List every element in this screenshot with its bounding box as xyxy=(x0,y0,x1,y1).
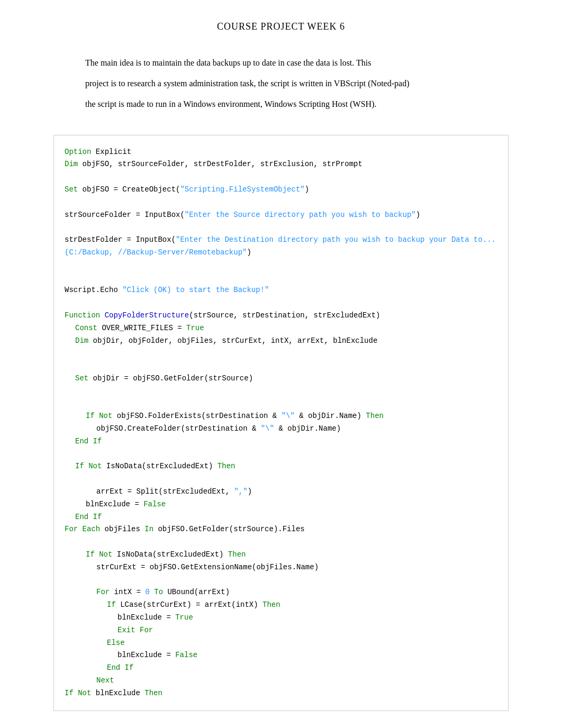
code-line-blank-11 xyxy=(65,448,497,461)
code-line-15: If Not IsNoData(strExcludedExt) Then xyxy=(65,460,497,473)
code-line-30: If Not blnExclude Then xyxy=(65,687,497,700)
code-line-blank-6 xyxy=(65,297,497,310)
code-line-9: Const OVER_WRITE_FILES = True xyxy=(65,322,497,335)
code-line-23: If LCase(strCurExt) = arrExt(intX) Then xyxy=(65,599,497,612)
code-line-17: blnExclude = False xyxy=(65,498,497,511)
code-line-13: objFSO.CreateFolder(strDestination & "\"… xyxy=(65,423,497,435)
page-title: COURSE PROJECT WEEK 6 xyxy=(53,21,509,32)
code-line-blank-4 xyxy=(65,259,497,272)
code-line-5: strDestFolder = InputBox("Enter the Dest… xyxy=(65,234,497,247)
code-line-11: Set objDir = objFSO.GetFolder(strSource) xyxy=(65,372,497,385)
code-line-2: Dim objFSO, strSourceFolder, strDestFold… xyxy=(65,158,497,171)
code-line-21: strCurExt = objFSO.GetExtensionName(objF… xyxy=(65,561,497,574)
code-line-blank-10 xyxy=(65,398,497,411)
intro-line-1: The main idea is to maintain the data ba… xyxy=(85,53,498,72)
code-line-4: strSourceFolder = InputBox("Enter the So… xyxy=(65,209,497,222)
code-line-blank-3 xyxy=(65,221,497,234)
code-block: Option Explicit Dim objFSO, strSourceFol… xyxy=(53,135,509,711)
code-line-blank-5 xyxy=(65,272,497,285)
code-line-19: For Each objFiles In objFSO.GetFolder(st… xyxy=(65,523,497,536)
code-line-10: Dim objDir, objFolder, objFiles, strCurE… xyxy=(65,335,497,348)
code-line-20: If Not IsNoData(strExcludedExt) Then xyxy=(65,549,497,561)
code-line-blank-13 xyxy=(65,536,497,549)
code-line-18: End If xyxy=(65,511,497,524)
code-line-blank-14 xyxy=(65,574,497,587)
code-line-27: blnExclude = False xyxy=(65,649,497,662)
code-line-1: Option Explicit xyxy=(65,146,497,159)
intro-paragraph: The main idea is to maintain the data ba… xyxy=(53,53,509,114)
intro-line-3: the script is made to run in a Windows e… xyxy=(85,95,498,113)
code-line-8: Function CopyFolderStructure(strSource, … xyxy=(65,310,497,322)
code-line-29: Next xyxy=(65,675,497,687)
intro-line-2: project is to research a system administ… xyxy=(85,74,498,93)
code-line-blank-12 xyxy=(65,473,497,486)
code-line-blank-9 xyxy=(65,385,497,398)
code-line-blank-7 xyxy=(65,347,497,360)
code-line-blank-2 xyxy=(65,196,497,209)
code-line-24: blnExclude = True xyxy=(65,612,497,624)
code-line-25: Exit For xyxy=(65,624,497,637)
code-line-22: For intX = 0 To UBound(arrExt) xyxy=(65,586,497,599)
code-line-3: Set objFSO = CreateObject("Scripting.Fil… xyxy=(65,184,497,196)
code-line-26: Else xyxy=(65,637,497,650)
code-line-16: arrExt = Split(strExcludedExt, ",") xyxy=(65,486,497,498)
code-line-12: If Not objFSO.FolderExists(strDestinatio… xyxy=(65,410,497,423)
code-line-blank-1 xyxy=(65,171,497,184)
code-line-14: End If xyxy=(65,435,497,448)
code-line-6: (C:/Backup, //Backup-Server/Remotebackup… xyxy=(65,247,497,259)
code-line-blank-8 xyxy=(65,360,497,372)
code-line-28: End If xyxy=(65,662,497,675)
page-container: COURSE PROJECT WEEK 6 The main idea is t… xyxy=(43,0,519,728)
code-line-7: Wscript.Echo "Click (OK) to start the Ba… xyxy=(65,284,497,297)
